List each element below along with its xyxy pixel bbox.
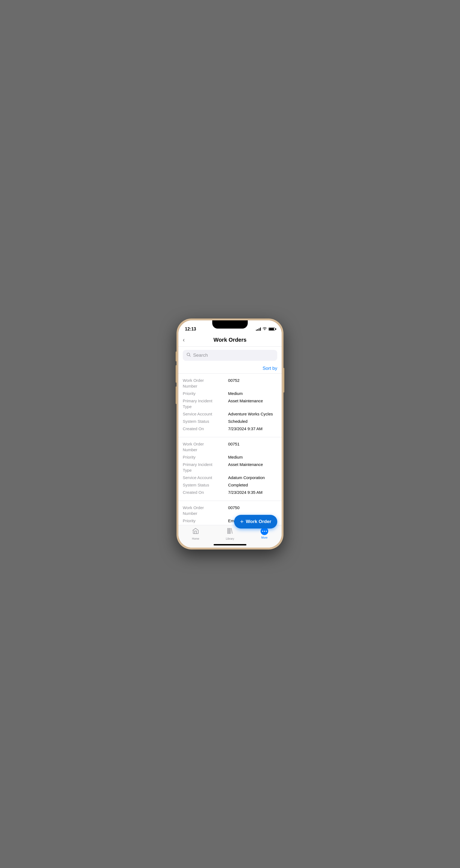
field-row: Primary IncidentType Asset Maintenance <box>183 462 277 473</box>
field-row: Service Account Adatum Corporation <box>183 475 277 480</box>
tab-library[interactable]: Library <box>213 527 247 540</box>
signal-icon <box>256 328 261 331</box>
field-label: Work OrderNumber <box>183 377 228 389</box>
field-value: Adventure Works Cycles <box>228 411 277 417</box>
field-row: Service Account Adventure Works Cycles <box>183 411 277 417</box>
field-label: Work OrderNumber <box>183 505 228 516</box>
more-dots-icon <box>260 527 268 535</box>
side-button-silent <box>176 351 177 361</box>
field-row: System Status Completed <box>183 482 277 488</box>
fab-label: Work Order <box>246 519 271 524</box>
work-orders-list: Work OrderNumber 00752 Priority Medium P… <box>178 373 282 525</box>
wifi-icon <box>263 327 267 331</box>
page-title: Work Orders <box>214 337 247 343</box>
field-label: System Status <box>183 482 228 488</box>
back-button[interactable]: ‹ <box>183 337 185 343</box>
field-value: Completed <box>228 482 277 488</box>
field-row: Created On 7/23/2024 9:35 AM <box>183 490 277 495</box>
work-order-card[interactable]: Work OrderNumber 00751 Priority Medium P… <box>178 437 282 501</box>
field-row: Work OrderNumber 00751 <box>183 441 277 453</box>
field-value: 00751 <box>228 441 277 453</box>
side-button-power <box>283 368 284 393</box>
field-row: Work OrderNumber 00752 <box>183 377 277 389</box>
work-order-card[interactable]: Work OrderNumber 00752 Priority Medium P… <box>178 373 282 437</box>
search-container: Search <box>178 347 282 364</box>
field-value: Scheduled <box>228 418 277 424</box>
field-label: Priority <box>183 518 228 524</box>
notch <box>212 320 248 329</box>
tab-library-label: Library <box>226 537 234 540</box>
field-label: Priority <box>183 454 228 460</box>
search-placeholder: Search <box>193 352 208 358</box>
main-content: Search Sort by Work OrderNumber 00752 Pr… <box>178 347 282 525</box>
phone-screen: 12:13 <box>178 320 282 548</box>
field-row: Primary IncidentType Asset Maintenance <box>183 398 277 409</box>
field-row: Created On 7/23/2024 9:37 AM <box>183 426 277 432</box>
side-button-vol-down <box>176 386 177 404</box>
field-value: 00750 <box>228 505 277 516</box>
search-icon <box>187 352 191 358</box>
field-label: Primary IncidentType <box>183 398 228 409</box>
field-value: 7/23/2024 9:37 AM <box>228 426 277 432</box>
svg-rect-2 <box>229 528 230 534</box>
field-value: 7/23/2024 9:35 AM <box>228 490 277 495</box>
status-time: 12:13 <box>185 327 196 332</box>
field-label: Primary IncidentType <box>183 462 228 473</box>
search-bar[interactable]: Search <box>183 350 277 361</box>
tab-more-label: More <box>262 536 268 539</box>
field-label: Work OrderNumber <box>183 441 228 453</box>
field-value: Asset Maintenance <box>228 462 277 473</box>
field-row: Priority Medium <box>183 391 277 396</box>
home-indicator <box>214 544 246 546</box>
field-label: Created On <box>183 426 228 432</box>
nav-header: ‹ Work Orders <box>178 334 282 347</box>
phone-frame: 12:13 <box>177 319 283 549</box>
library-icon <box>226 527 234 536</box>
field-value: 00752 <box>228 377 277 389</box>
sort-button[interactable]: Sort by <box>263 366 277 371</box>
field-label: Service Account <box>183 475 228 480</box>
tab-home[interactable]: Home <box>178 527 213 540</box>
svg-rect-1 <box>227 528 228 534</box>
field-label: Priority <box>183 391 228 396</box>
field-label: Created On <box>183 490 228 495</box>
status-icons <box>256 327 275 331</box>
tab-more[interactable]: More <box>247 527 282 539</box>
field-value: Adatum Corporation <box>228 475 277 480</box>
field-row: Priority Medium <box>183 454 277 460</box>
fab-plus-icon: + <box>240 519 244 525</box>
side-button-vol-up <box>176 365 177 383</box>
field-row: System Status Scheduled <box>183 418 277 424</box>
field-row: Work OrderNumber 00750 <box>183 505 277 516</box>
field-label: Service Account <box>183 411 228 417</box>
create-work-order-fab[interactable]: + Work Order <box>234 515 277 528</box>
field-value: Medium <box>228 454 277 460</box>
field-value: Medium <box>228 391 277 396</box>
field-value: Asset Maintenance <box>228 398 277 409</box>
battery-icon <box>269 328 275 331</box>
home-icon <box>192 527 199 536</box>
sort-bar: Sort by <box>178 364 282 373</box>
field-label: System Status <box>183 418 228 424</box>
tab-home-label: Home <box>192 537 200 540</box>
